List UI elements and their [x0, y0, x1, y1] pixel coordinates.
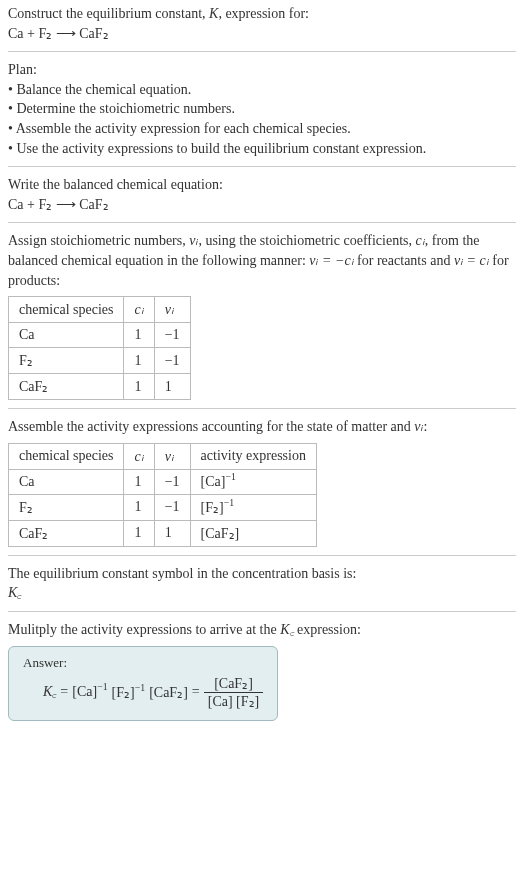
balanced-equation: Ca + F₂ ⟶ CaF₂: [8, 195, 516, 215]
stoich-r3-s: CaF₂: [9, 374, 124, 400]
activity-r3-a: [CaF₂]: [190, 520, 316, 546]
table-row: CaF₂ 1 1 [CaF₂]: [9, 520, 317, 546]
stoich-heading-d: for reactants and: [354, 253, 454, 268]
activity-r1-a: [Ca]−1: [190, 469, 316, 494]
activity-r2-a: [F₂]−1: [190, 494, 316, 520]
activity-r2-n: −1: [154, 494, 190, 520]
table-row: F₂ 1 −1 [F₂]−1: [9, 494, 317, 520]
activity-h-nu: νᵢ: [154, 443, 190, 469]
intro-title-prefix: Construct the equilibrium constant,: [8, 6, 209, 21]
table-row: F₂ 1 −1: [9, 348, 191, 374]
activity-h-act: activity expression: [190, 443, 316, 469]
answer-term3: [CaF₂]: [149, 684, 188, 701]
stoich-table: chemical species cᵢ νᵢ Ca 1 −1 F₂ 1 −1 C…: [8, 296, 191, 400]
multiply-heading-a: Mulitply the activity expressions to arr…: [8, 622, 280, 637]
answer-eq-2: =: [192, 684, 200, 700]
symbol-heading: The equilibrium constant symbol in the c…: [8, 564, 516, 584]
stoich-c-i-1: cᵢ: [416, 233, 425, 248]
answer-label: Answer:: [23, 655, 263, 671]
balanced-heading: Write the balanced chemical equation:: [8, 175, 516, 195]
answer-term1: [Ca]−1: [72, 684, 107, 700]
intro-title: Construct the equilibrium constant, K, e…: [8, 4, 516, 24]
section-intro: Construct the equilibrium constant, K, e…: [8, 4, 516, 52]
symbol-value: K꜀: [8, 583, 516, 603]
activity-table: chemical species cᵢ νᵢ activity expressi…: [8, 443, 317, 547]
answer-term2-base: [F₂]: [112, 685, 135, 700]
intro-title-suffix: , expression for:: [218, 6, 309, 21]
answer-eq-1: =: [60, 684, 68, 700]
stoich-heading: Assign stoichiometric numbers, νᵢ, using…: [8, 231, 516, 290]
table-row: chemical species cᵢ νᵢ: [9, 297, 191, 323]
activity-r1-n: −1: [154, 469, 190, 494]
plan-item-3: • Assemble the activity expression for e…: [8, 119, 516, 139]
table-row: Ca 1 −1 [Ca]−1: [9, 469, 317, 494]
stoich-rel-reactants: νᵢ = −cᵢ: [309, 253, 353, 268]
plan-item-1: • Balance the chemical equation.: [8, 80, 516, 100]
activity-r2-s: F₂: [9, 494, 124, 520]
multiply-heading: Mulitply the activity expressions to arr…: [8, 620, 516, 640]
section-balanced: Write the balanced chemical equation: Ca…: [8, 167, 516, 223]
activity-r1-c: 1: [124, 469, 154, 494]
activity-r1-s: Ca: [9, 469, 124, 494]
stoich-h-c: cᵢ: [124, 297, 154, 323]
stoich-r1-s: Ca: [9, 323, 124, 348]
activity-heading-a: Assemble the activity expressions accoun…: [8, 419, 414, 434]
stoich-h-species: chemical species: [9, 297, 124, 323]
section-multiply: Mulitply the activity expressions to arr…: [8, 612, 516, 729]
stoich-r2-n: −1: [154, 348, 190, 374]
activity-heading-b: :: [424, 419, 428, 434]
multiply-heading-b: expression:: [294, 622, 361, 637]
table-row: CaF₂ 1 1: [9, 374, 191, 400]
table-row: Ca 1 −1: [9, 323, 191, 348]
answer-term1-base: [Ca]: [72, 684, 97, 699]
plan-heading: Plan:: [8, 60, 516, 80]
activity-h-c: cᵢ: [124, 443, 154, 469]
stoich-heading-a: Assign stoichiometric numbers,: [8, 233, 189, 248]
stoich-r3-n: 1: [154, 374, 190, 400]
activity-r3-s: CaF₂: [9, 520, 124, 546]
plan-item-4: • Use the activity expressions to build …: [8, 139, 516, 159]
answer-term2: [F₂]−1: [112, 684, 146, 701]
answer-term2-exp: −1: [135, 682, 145, 693]
activity-r1-a-exp: −1: [225, 471, 235, 482]
stoich-r3-c: 1: [124, 374, 154, 400]
section-activity: Assemble the activity expressions accoun…: [8, 409, 516, 556]
answer-box: Answer: K꜀ = [Ca]−1 [F₂]−1 [CaF₂] = [CaF…: [8, 646, 278, 721]
answer-kc: K꜀: [43, 684, 56, 700]
stoich-heading-b: , using the stoichiometric coefficients,: [198, 233, 415, 248]
answer-frac-den: [Ca] [F₂]: [204, 693, 264, 710]
stoich-rel-products: νᵢ = cᵢ: [454, 253, 489, 268]
intro-title-k: K: [209, 6, 218, 21]
answer-fraction: [CaF₂] [Ca] [F₂]: [204, 675, 264, 710]
stoich-h-nu: νᵢ: [154, 297, 190, 323]
activity-r2-a-base: [F₂]: [201, 500, 224, 515]
stoich-r1-c: 1: [124, 323, 154, 348]
answer-frac-num: [CaF₂]: [204, 675, 264, 693]
activity-r2-a-exp: −1: [224, 497, 234, 508]
plan-item-2: • Determine the stoichiometric numbers.: [8, 99, 516, 119]
activity-r3-c: 1: [124, 520, 154, 546]
section-plan: Plan: • Balance the chemical equation. •…: [8, 52, 516, 167]
activity-h-species: chemical species: [9, 443, 124, 469]
multiply-kc: K꜀: [280, 622, 293, 637]
page-content: Construct the equilibrium constant, K, e…: [0, 0, 524, 741]
table-row: chemical species cᵢ νᵢ activity expressi…: [9, 443, 317, 469]
stoich-r2-c: 1: [124, 348, 154, 374]
activity-nu-i: νᵢ: [414, 419, 423, 434]
activity-r1-a-base: [Ca]: [201, 474, 226, 489]
activity-r3-n: 1: [154, 520, 190, 546]
section-stoich: Assign stoichiometric numbers, νᵢ, using…: [8, 223, 516, 409]
answer-term1-exp: −1: [97, 681, 107, 692]
intro-equation: Ca + F₂ ⟶ CaF₂: [8, 24, 516, 44]
section-symbol: The equilibrium constant symbol in the c…: [8, 556, 516, 612]
activity-r2-c: 1: [124, 494, 154, 520]
stoich-r1-n: −1: [154, 323, 190, 348]
answer-expression: K꜀ = [Ca]−1 [F₂]−1 [CaF₂] = [CaF₂] [Ca] …: [23, 675, 263, 710]
activity-heading: Assemble the activity expressions accoun…: [8, 417, 516, 437]
stoich-r2-s: F₂: [9, 348, 124, 374]
